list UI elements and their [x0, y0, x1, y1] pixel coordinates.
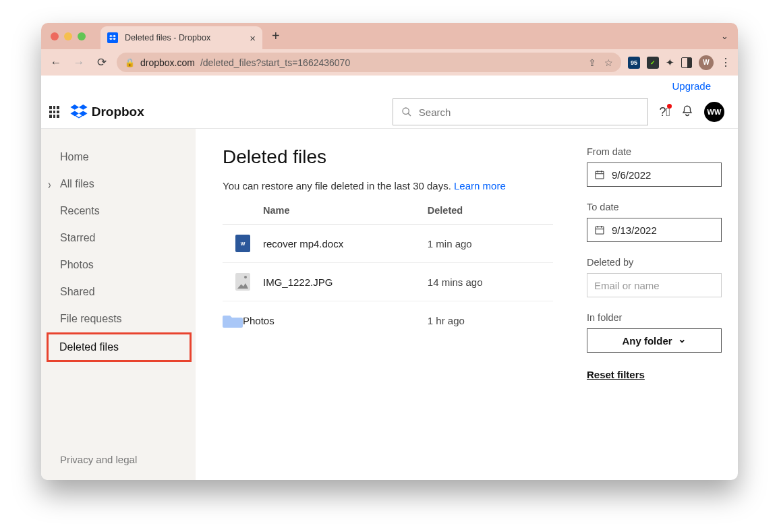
sidebar-item-recents[interactable]: Recents — [41, 198, 196, 225]
table-row[interactable]: IMG_1222.JPG 14 mins ago — [223, 263, 553, 301]
file-deleted-time: 1 min ago — [428, 238, 553, 249]
filter-panel: From date 9/6/2022 To date 9/13/2022 Del… — [587, 146, 722, 480]
extension-95-icon[interactable]: 95 — [628, 57, 640, 69]
sidebar: Home All files Recents Starred Photos Sh… — [41, 129, 196, 480]
bookmark-icon[interactable]: ☆ — [604, 57, 613, 68]
calendar-icon — [594, 169, 605, 180]
lock-icon: 🔒 — [125, 58, 135, 67]
new-tab-button[interactable]: + — [272, 28, 280, 44]
file-deleted-time: 1 hr ago — [428, 315, 553, 326]
search-input[interactable]: Search — [393, 98, 649, 125]
app-switcher-icon[interactable] — [49, 106, 59, 118]
dropbox-logo[interactable]: Dropbox — [70, 105, 144, 119]
reload-button[interactable]: ⟳ — [94, 55, 110, 71]
sidebar-item-all-files[interactable]: All files — [41, 171, 196, 198]
svg-line-1 — [408, 113, 411, 116]
in-folder-label: In folder — [587, 312, 722, 323]
window-controls — [51, 32, 86, 40]
maximize-window-button[interactable] — [78, 32, 86, 40]
file-name: Photos — [243, 315, 428, 326]
extensions-menu-icon[interactable]: ✦ — [666, 57, 674, 69]
table-header: Name Deleted — [223, 201, 553, 225]
extensions: 95 ✓ ✦ W ⋮ — [628, 55, 731, 70]
brand-text: Dropbox — [92, 105, 144, 119]
upgrade-link[interactable]: Upgrade — [672, 80, 711, 92]
table-row[interactable]: Photos 1 hr ago — [223, 301, 553, 340]
minimize-window-button[interactable] — [64, 32, 72, 40]
sidebar-footer-link[interactable]: Privacy and legal — [41, 454, 196, 465]
reset-filters-link[interactable]: Reset filters — [587, 369, 722, 380]
url-path: /deleted_files?start_ts=1662436070 — [200, 57, 350, 68]
browser-toolbar: ← → ⟳ 🔒 dropbox.com/deleted_files?start_… — [41, 49, 738, 76]
browser-tab[interactable]: Deleted files - Dropbox × — [100, 26, 262, 49]
side-panel-icon[interactable] — [681, 57, 692, 68]
file-deleted-time: 14 mins ago — [428, 276, 553, 288]
page-title: Deleted files — [223, 146, 553, 168]
column-deleted[interactable]: Deleted — [428, 205, 553, 216]
sidebar-item-photos[interactable]: Photos — [41, 252, 196, 278]
account-avatar[interactable]: WW — [704, 102, 724, 122]
table-row[interactable]: W recover mp4.docx 1 min ago — [223, 225, 553, 263]
sidebar-item-deleted-files[interactable]: Deleted files — [47, 332, 192, 362]
app-header: Dropbox Search ?⃝ WW — [41, 96, 738, 128]
search-icon — [401, 107, 412, 117]
file-name: IMG_1222.JPG — [263, 276, 428, 288]
sidebar-item-starred[interactable]: Starred — [41, 225, 196, 252]
notifications-icon[interactable] — [681, 105, 693, 120]
folder-select[interactable]: Any folder — [587, 328, 722, 353]
tab-title: Deleted files - Dropbox — [125, 33, 210, 42]
window-titlebar: Deleted files - Dropbox × + ⌄ — [41, 23, 738, 49]
to-date-label: To date — [587, 202, 722, 212]
from-date-label: From date — [587, 146, 722, 157]
url-domain: dropbox.com — [140, 57, 195, 68]
close-window-button[interactable] — [51, 32, 59, 40]
calendar-icon — [594, 225, 605, 235]
deleted-files-table: Name Deleted W recover mp4.docx 1 min ag… — [223, 201, 553, 340]
file-name: recover mp4.docx — [263, 238, 428, 249]
browser-menu-icon[interactable]: ⋮ — [720, 56, 731, 69]
back-button[interactable]: ← — [48, 55, 64, 71]
deleted-by-label: Deleted by — [587, 257, 722, 268]
search-placeholder: Search — [419, 107, 451, 118]
help-icon[interactable]: ?⃝ — [659, 105, 670, 119]
main-content: Deleted files You can restore any file d… — [196, 129, 738, 480]
tabs-dropdown-icon[interactable]: ⌄ — [721, 31, 728, 41]
from-date-input[interactable]: 9/6/2022 — [587, 162, 722, 187]
extension-check-icon[interactable]: ✓ — [647, 57, 659, 69]
close-tab-button[interactable]: × — [250, 32, 256, 44]
sidebar-item-file-requests[interactable]: File requests — [41, 305, 196, 332]
deleted-by-input[interactable]: Email or name — [587, 273, 722, 297]
dropbox-app: Upgrade Dropbox Search ?⃝ WW — [41, 76, 738, 480]
profile-avatar[interactable]: W — [699, 55, 714, 70]
sidebar-item-shared[interactable]: Shared — [41, 278, 196, 305]
column-name[interactable]: Name — [223, 205, 428, 216]
app-body: Home All files Recents Starred Photos Sh… — [41, 128, 738, 480]
learn-more-link[interactable]: Learn more — [454, 180, 506, 191]
browser-window: Deleted files - Dropbox × + ⌄ ← → ⟳ 🔒 dr… — [41, 23, 738, 480]
upgrade-bar: Upgrade — [41, 76, 738, 96]
share-icon[interactable]: ⇪ — [588, 57, 596, 68]
to-date-input[interactable]: 9/13/2022 — [587, 218, 722, 242]
image-icon — [235, 273, 250, 291]
sidebar-item-home[interactable]: Home — [41, 144, 196, 171]
page-subtitle: You can restore any file deleted in the … — [223, 180, 553, 191]
svg-rect-2 — [596, 171, 604, 179]
svg-rect-6 — [596, 227, 604, 234]
forward-button[interactable]: → — [71, 55, 87, 71]
folder-icon — [223, 313, 243, 329]
docx-icon: W — [235, 235, 250, 252]
svg-point-0 — [403, 108, 409, 114]
dropbox-favicon — [107, 32, 118, 43]
address-bar[interactable]: 🔒 dropbox.com/deleted_files?start_ts=166… — [117, 53, 621, 72]
